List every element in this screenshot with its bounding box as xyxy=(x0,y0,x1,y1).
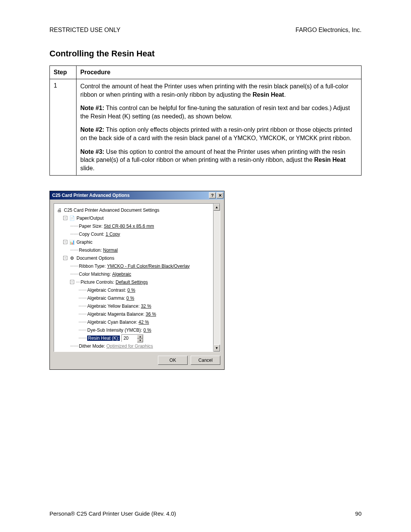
tree-magenta[interactable]: ············ Algebraic Magenta Balance: … xyxy=(56,310,212,318)
dyesub-value[interactable]: 0 % xyxy=(143,328,151,333)
paper-size-value[interactable]: Std CR-80 54 x 85.6 mm xyxy=(104,224,154,229)
resolution-value[interactable]: Normal xyxy=(103,248,118,253)
tree-cyan[interactable]: ············ Algebraic Cyan Balance: 42 … xyxy=(56,318,212,326)
root-label: C25 Card Printer Advanced Document Setti… xyxy=(64,208,159,213)
note3-post: slide. xyxy=(80,165,94,171)
color-matching-value[interactable]: Algebraic xyxy=(112,272,131,277)
ribbon-type-value[interactable]: YMCKO - Full Color/Resin Black/Overlay xyxy=(107,264,190,269)
doc-options-label: Document Options xyxy=(76,256,114,261)
step-number: 1 xyxy=(50,79,76,176)
resin-heat-input[interactable] xyxy=(122,335,137,342)
dialog-title: C25 Card Printer Advanced Options xyxy=(52,193,208,198)
tree-yellow[interactable]: ············ Algebraic Yellow Balance: 3… xyxy=(56,302,212,310)
settings-tree: 🖨 C25 Card Printer Advanced Document Set… xyxy=(54,204,213,351)
copy-count-value[interactable]: 1 Copy xyxy=(105,232,120,237)
dyesub-label: Dye-Sub Intensity (YMCB): xyxy=(87,328,142,333)
header-right: FARGO Electronics, Inc. xyxy=(296,27,362,34)
p1-post: . xyxy=(284,91,285,98)
footer-page: 90 xyxy=(355,510,362,517)
ribbon-type-label: Ribbon Type: xyxy=(79,264,106,269)
contrast-label: Algebraic Contrast: xyxy=(87,288,126,293)
spin-up-icon[interactable]: ▲ xyxy=(137,335,143,339)
spin-down-icon[interactable]: ▼ xyxy=(137,339,143,342)
col-step: Step xyxy=(50,66,76,79)
gamma-value[interactable]: 0 % xyxy=(126,296,134,301)
paper-size-label: Paper Size: xyxy=(79,224,102,229)
tree-paper-output[interactable]: − 📄 Paper/Output xyxy=(56,214,212,222)
advanced-options-dialog: C25 Card Printer Advanced Options ? ✕ 🖨 … xyxy=(49,191,225,370)
procedure-cell: Control the amount of heat the Printer u… xyxy=(76,79,362,176)
scroll-up-icon[interactable]: ▲ xyxy=(213,204,220,211)
magenta-value[interactable]: 36 % xyxy=(146,312,156,317)
chart-icon: 📊 xyxy=(69,239,75,245)
picture-controls-value[interactable]: Default Settings xyxy=(116,280,148,285)
yellow-label: Algebraic Yellow Balance: xyxy=(87,304,139,309)
tree-paper-size[interactable]: ············ Paper Size: Std CR-80 54 x … xyxy=(56,222,212,230)
tree-doc-options[interactable]: − ⚙ Document Options xyxy=(56,254,212,262)
col-procedure: Procedure xyxy=(76,66,362,79)
note1-body: This control can be helpful for fine-tun… xyxy=(80,105,350,120)
collapse-icon[interactable]: − xyxy=(63,216,67,220)
dither-value[interactable]: Optimized for Graphics xyxy=(106,343,153,349)
color-matching-label: Color Matching: xyxy=(79,272,111,277)
scrollbar[interactable]: ▲ ▼ xyxy=(213,204,220,351)
resin-heat-spinner[interactable]: ▲ ▼ xyxy=(121,334,143,342)
resolution-label: Resolution: xyxy=(79,248,102,253)
header-left: RESTRICTED USE ONLY xyxy=(49,27,120,34)
page-title: Controlling the Resin Heat xyxy=(49,49,362,59)
note2-body: This option only effects objects printed… xyxy=(80,126,352,141)
footer-left: Persona® C25 Card Printer User Guide (Re… xyxy=(49,510,176,517)
yellow-value[interactable]: 32 % xyxy=(141,304,151,309)
cyan-value[interactable]: 42 % xyxy=(139,320,149,325)
tree-color-matching[interactable]: ············ Color Matching: Algebraic xyxy=(56,270,212,278)
table-row: 1 Control the amount of heat the Printer… xyxy=(50,79,362,176)
graphic-label: Graphic xyxy=(76,240,92,245)
scroll-track[interactable] xyxy=(213,211,220,345)
tree-ribbon-type[interactable]: ············ Ribbon Type: YMCKO - Full C… xyxy=(56,262,212,270)
collapse-icon[interactable]: − xyxy=(70,280,74,284)
collapse-icon[interactable]: − xyxy=(63,240,67,244)
note3-bold: Resin Heat xyxy=(314,157,346,163)
p1-bold: Resin Heat xyxy=(253,91,284,98)
picture-controls-label: Picture Controls: xyxy=(81,280,115,285)
tree-root[interactable]: 🖨 C25 Card Printer Advanced Document Set… xyxy=(56,206,212,214)
resin-heat-label: Resin Heat (K): xyxy=(87,335,120,341)
printer-icon: 🖨 xyxy=(56,207,62,213)
ok-button[interactable]: OK xyxy=(158,356,188,365)
cancel-button[interactable]: Cancel xyxy=(191,356,220,365)
collapse-icon[interactable]: − xyxy=(63,256,67,260)
tree-resin-heat[interactable]: ············ Resin Heat (K): ▲ ▼ xyxy=(56,334,212,342)
tree-gamma[interactable]: ············ Algebraic Gamma: 0 % xyxy=(56,294,212,302)
dither-label: Dither Mode: xyxy=(79,343,105,349)
tree-dither[interactable]: ············ Dither Mode: Optimized for … xyxy=(56,342,212,350)
gear-icon: ⚙ xyxy=(69,255,75,261)
note1-lead: Note #1: xyxy=(80,105,104,111)
tree-graphic[interactable]: − 📊 Graphic xyxy=(56,238,212,246)
tree-dyesub[interactable]: ············ Dye-Sub Intensity (YMCB): 0… xyxy=(56,326,212,334)
note3-lead: Note #3: xyxy=(80,149,104,155)
p1-pre: Control the amount of heat the Printer u… xyxy=(80,83,348,98)
help-button[interactable]: ? xyxy=(209,192,216,198)
tree-contrast[interactable]: ············ Algebraic Contrast: 0 % xyxy=(56,286,212,294)
scroll-down-icon[interactable]: ▼ xyxy=(213,345,220,351)
procedure-table: Step Procedure 1 Control the amount of h… xyxy=(49,66,362,176)
paper-icon: 📄 xyxy=(69,215,75,221)
close-button[interactable]: ✕ xyxy=(217,192,223,198)
cyan-label: Algebraic Cyan Balance: xyxy=(87,320,137,325)
magenta-label: Algebraic Magenta Balance: xyxy=(87,312,144,317)
titlebar[interactable]: C25 Card Printer Advanced Options ? ✕ xyxy=(50,191,224,200)
note2-lead: Note #2: xyxy=(80,126,104,133)
tree-resolution[interactable]: ············ Resolution: Normal xyxy=(56,246,212,254)
tree-copy-count[interactable]: ············ Copy Count: 1 Copy xyxy=(56,230,212,238)
contrast-value[interactable]: 0 % xyxy=(127,288,135,293)
tree-picture-controls[interactable]: − ······ Picture Controls: Default Setti… xyxy=(56,278,212,286)
copy-count-label: Copy Count: xyxy=(79,232,104,237)
gamma-label: Algebraic Gamma: xyxy=(87,296,125,301)
note3-pre: Use this option to control the amount of… xyxy=(80,149,345,163)
paper-output-label: Paper/Output xyxy=(76,216,104,221)
